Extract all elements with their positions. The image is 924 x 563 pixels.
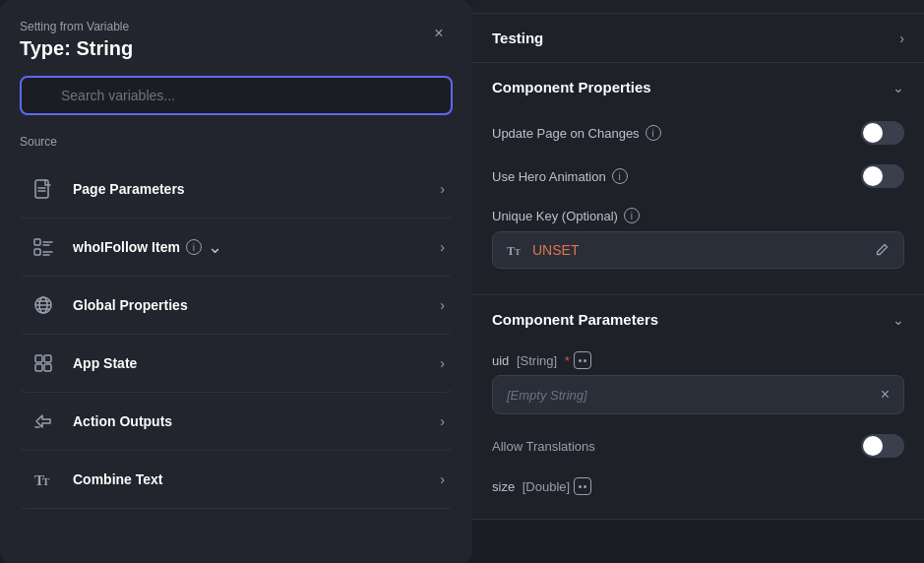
panel-subtitle: Setting from Variable (20, 20, 453, 33)
source-item-global-label: Global Properties (73, 297, 188, 313)
size-param-dots-btn[interactable] (574, 477, 591, 495)
source-item-global-content: Global Properties (73, 297, 440, 313)
info-icon-whoifollow: i (186, 239, 202, 255)
svg-rect-2 (35, 180, 48, 198)
source-item-app-state-content: App State (73, 355, 440, 371)
source-item-action-outputs[interactable]: Action Outputs › (20, 393, 453, 451)
uid-param-name: uid (492, 353, 509, 368)
source-item-combine-text[interactable]: T T Combine Text › (20, 451, 453, 509)
uid-param-type: [String] (513, 353, 557, 368)
list-icon (28, 231, 59, 263)
right-panel-wrapper: Testing › Component Properties ⌄ Update … (472, 0, 924, 563)
svg-rect-17 (44, 355, 51, 362)
update-page-row: Update Page on Changes i (492, 111, 904, 155)
size-param-row: size [Double] (492, 469, 904, 503)
uid-param-dots-icon (579, 359, 586, 362)
unique-key-label: Unique Key (Optional) i (492, 208, 640, 223)
testing-section-header[interactable]: Testing › (472, 14, 924, 62)
component-parameters-body: uid [String] * [Empty String] × (472, 344, 924, 519)
hero-animation-label: Use Hero Animation i (492, 168, 628, 184)
panel-header: Setting from Variable Type: String (20, 20, 453, 60)
svg-rect-6 (34, 249, 40, 255)
action-icon (28, 406, 59, 437)
panel-title: Type: String (20, 37, 453, 60)
svg-rect-16 (35, 355, 42, 362)
uid-param-row: uid [String] * [Empty String] × (492, 344, 904, 422)
close-button[interactable]: × (425, 20, 453, 47)
source-item-whoifollow-content: whoIFollow Item i ⌄ (73, 236, 440, 258)
component-parameters-header[interactable]: Component Parameters ⌄ (472, 295, 924, 344)
update-page-toggle[interactable] (861, 121, 904, 145)
cursor-indicator: ⌄ (208, 236, 222, 258)
source-item-app-state[interactable]: App State › (20, 335, 453, 393)
app-icon (28, 347, 59, 379)
uid-clear-icon[interactable]: × (881, 386, 890, 404)
component-properties-header[interactable]: Component Properties ⌄ (472, 63, 924, 111)
info-icon-hero: i (612, 168, 628, 184)
chevron-right-icon-6: › (440, 471, 445, 487)
source-item-page-parameters-content: Page Parameters (73, 181, 440, 197)
allow-translations-toggle-knob (863, 436, 883, 456)
globe-icon (28, 289, 59, 321)
unique-key-field[interactable]: T T UNSET (492, 231, 904, 269)
chevron-right-icon-5: › (440, 413, 445, 429)
close-icon: × (434, 25, 443, 42)
chevron-right-icon: › (440, 181, 445, 197)
left-panel: Setting from Variable Type: String × Sou… (0, 0, 472, 563)
hero-animation-toggle[interactable] (861, 164, 904, 188)
svg-text:T: T (507, 244, 515, 258)
source-item-page-parameters-label: Page Parameters (73, 181, 185, 197)
edit-icon[interactable] (874, 242, 890, 258)
allow-translations-toggle[interactable] (861, 434, 904, 458)
chevron-right-icon-2: › (440, 239, 445, 255)
uid-value-field[interactable]: [Empty String] × (492, 375, 904, 414)
hero-animation-toggle-knob (863, 166, 883, 186)
update-page-toggle-knob (863, 123, 883, 143)
source-item-combine-text-content: Combine Text (73, 471, 440, 487)
tt-field-icon: T T (507, 242, 523, 258)
chevron-right-icon-3: › (440, 297, 445, 313)
search-container (20, 76, 453, 115)
uid-param-dots-btn[interactable] (574, 351, 591, 369)
component-parameters-chevron-icon: ⌄ (893, 312, 904, 328)
source-item-action-outputs-content: Action Outputs (73, 413, 440, 429)
svg-rect-19 (44, 364, 51, 371)
source-item-whoifollow[interactable]: whoIFollow Item i ⌄ › (20, 219, 453, 277)
allow-translations-row: Allow Translations (492, 422, 904, 469)
svg-rect-18 (35, 364, 42, 371)
source-label: Source (20, 135, 453, 149)
source-item-app-state-label: App State (73, 355, 137, 371)
info-icon-unique-key: i (624, 208, 640, 223)
source-item-page-parameters[interactable]: Page Parameters › (20, 160, 453, 219)
uid-empty-string-value: [Empty String] (507, 388, 587, 403)
testing-section-title: Testing (492, 30, 543, 46)
component-properties-title: Component Properties (492, 79, 651, 95)
update-page-label: Update Page on Changes i (492, 125, 661, 141)
source-list: Page Parameters › whoIFollow Item i ⌄ (20, 160, 453, 509)
uid-required-star: * (561, 353, 570, 368)
source-item-global[interactable]: Global Properties › (20, 277, 453, 335)
testing-section: Testing › (472, 14, 924, 63)
testing-chevron-icon: › (899, 31, 904, 46)
component-parameters-section: Component Parameters ⌄ uid [String] * (472, 295, 924, 520)
chevron-right-icon-4: › (440, 355, 445, 371)
unique-key-value: UNSET (532, 242, 864, 258)
right-panel: Testing › Component Properties ⌄ Update … (472, 14, 924, 520)
size-param-name: size (492, 479, 515, 494)
size-param-type: [Double] (519, 479, 570, 494)
hero-animation-row: Use Hero Animation i (492, 155, 904, 198)
uid-param-label: uid [String] * (492, 351, 904, 369)
component-properties-body: Update Page on Changes i Use Hero Animat… (472, 111, 924, 294)
size-param-dots-icon (579, 485, 586, 488)
component-properties-chevron-icon: ⌄ (893, 80, 904, 95)
allow-translations-label: Allow Translations (492, 439, 595, 454)
tt-icon-source: T T (28, 464, 59, 495)
svg-text:T: T (42, 475, 50, 487)
info-icon-update: i (646, 125, 661, 141)
source-item-whoifollow-label: whoIFollow Item (73, 239, 180, 255)
page-icon (28, 173, 59, 205)
component-parameters-title: Component Parameters (492, 311, 658, 328)
source-item-action-outputs-label: Action Outputs (73, 413, 172, 429)
search-input[interactable] (20, 76, 453, 115)
component-properties-section: Component Properties ⌄ Update Page on Ch… (472, 63, 924, 295)
